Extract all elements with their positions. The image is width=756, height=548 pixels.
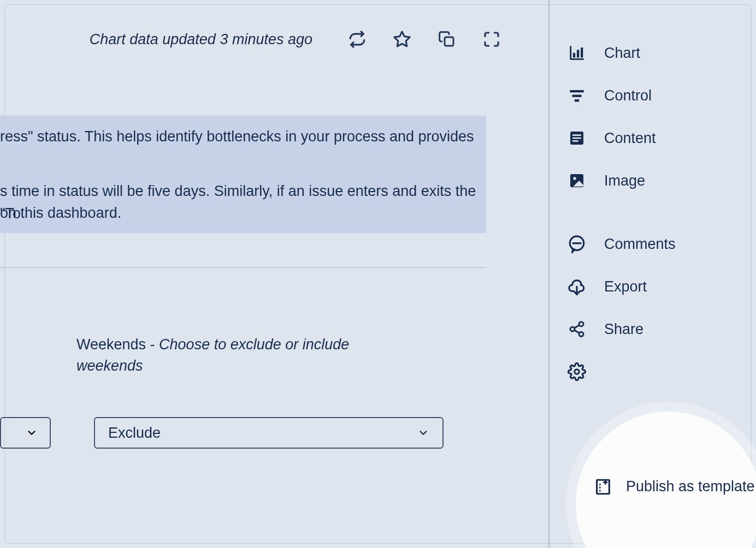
copy-button[interactable]	[436, 28, 458, 50]
publish-template-icon	[593, 477, 613, 497]
chart-update-status: Chart data updated 3 minutes ago	[90, 31, 312, 48]
section-divider	[0, 267, 486, 268]
description-line-3: on this dashboard.	[0, 202, 486, 224]
content-icon	[567, 128, 587, 148]
main-content-area: Chart data updated 3 minutes ago	[0, 0, 548, 548]
svg-line-20	[574, 325, 579, 328]
sidebar-item-label: Control	[604, 87, 652, 104]
partial-select[interactable]	[0, 417, 51, 449]
comments-icon	[567, 234, 587, 254]
svg-rect-4	[581, 47, 583, 57]
sidebar-item-label: Image	[604, 172, 645, 189]
sidebar-item-label: Chart	[604, 45, 640, 62]
sidebar-item-publish-template[interactable]: Publish as template	[593, 477, 755, 497]
svg-marker-0	[394, 32, 410, 46]
publish-template-label: Publish as template	[626, 478, 755, 495]
weekends-label: Weekends - Choose to exclude or include …	[76, 334, 399, 377]
header-toolbar: Chart data updated 3 minutes ago	[0, 28, 548, 50]
sidebar-item-content[interactable]: Content	[567, 117, 756, 159]
sidebar-item-comments[interactable]: Comments	[567, 223, 756, 265]
favorite-button[interactable]	[391, 28, 413, 50]
description-line-1: ress" status. This helps identify bottle…	[0, 126, 486, 148]
sidebar-item-label: Comments	[604, 236, 676, 253]
weekends-select-value: Exclude	[108, 425, 161, 442]
sidebar-item-label: Content	[604, 130, 656, 147]
svg-rect-10	[572, 138, 581, 139]
sidebar-item-export[interactable]: Export	[567, 265, 756, 308]
svg-rect-2	[573, 53, 575, 58]
copy-icon	[438, 31, 456, 48]
svg-point-13	[573, 177, 576, 180]
sidebar-item-control[interactable]: Control	[567, 74, 756, 117]
sidebar-item-label: Export	[604, 278, 647, 295]
svg-rect-3	[577, 50, 579, 57]
weekends-select[interactable]: Exclude	[94, 417, 444, 449]
fullscreen-icon	[483, 31, 500, 48]
svg-point-22	[575, 370, 580, 374]
sidebar-item-label: Share	[604, 321, 643, 338]
fullscreen-button[interactable]	[481, 28, 503, 50]
chart-icon	[567, 43, 587, 63]
svg-rect-7	[575, 99, 580, 102]
sidebar-item-chart[interactable]: Chart	[567, 32, 756, 74]
share-icon	[567, 319, 587, 339]
svg-rect-5	[570, 90, 584, 92]
refresh-button[interactable]	[346, 28, 368, 50]
sidebar-item-settings[interactable]	[567, 350, 756, 393]
svg-line-21	[574, 330, 579, 333]
svg-rect-11	[572, 140, 578, 142]
star-icon	[393, 30, 411, 49]
weekends-label-prefix: Weekends -	[76, 336, 159, 353]
chevron-down-icon	[26, 427, 38, 439]
svg-rect-9	[572, 134, 581, 136]
export-icon	[567, 277, 587, 296]
image-icon	[567, 171, 587, 190]
chevron-down-icon	[417, 427, 429, 439]
svg-rect-6	[572, 95, 582, 97]
svg-rect-1	[445, 37, 453, 46]
settings-icon	[567, 362, 587, 382]
sidebar-item-image[interactable]: Image	[567, 159, 756, 202]
control-icon	[567, 86, 587, 105]
sidebar-item-share[interactable]: Share	[567, 308, 756, 350]
refresh-icon	[348, 30, 367, 49]
